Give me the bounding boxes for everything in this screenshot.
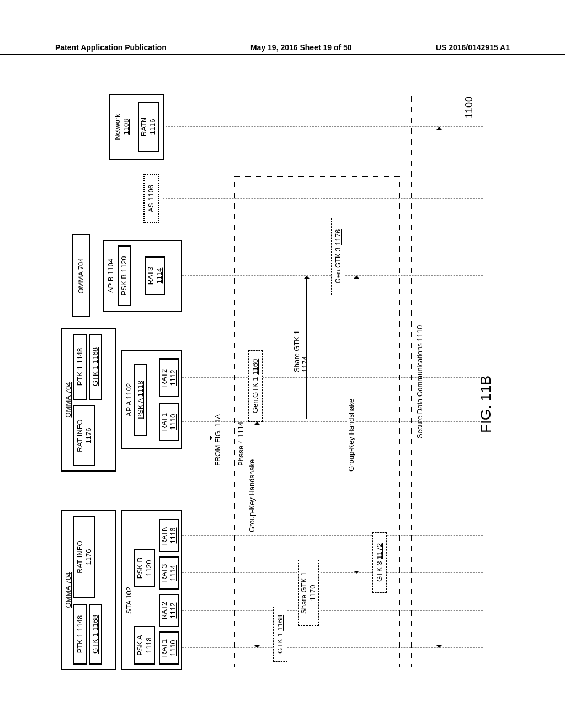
sta-title: STA 102: [125, 587, 134, 614]
gtk3-box: GTK 3 1172: [372, 532, 387, 593]
gtk3-label: GTK 3 1172: [375, 543, 384, 582]
share-gtk1-left-box: Share GTK 11170: [298, 560, 319, 626]
network-ratn: RATN1116: [138, 102, 159, 152]
sta-ratn: RATN1116: [159, 519, 179, 552]
group-key-hs-label-bottom: Group-Key Handshake: [347, 399, 355, 472]
omma-sta-ratinfo: RAT INFO1176: [73, 516, 95, 598]
apb-title: AP B 1104: [106, 259, 115, 293]
apa-rat1: RAT11110: [159, 403, 179, 441]
secure-comm-arrow: [439, 130, 439, 645]
from-fig-label: FROM FIG. 11A: [214, 414, 222, 466]
sta-pskb: PSK B1120: [134, 549, 155, 587]
gen-gtk3-box: Gen.GTK 3 1176: [331, 218, 345, 295]
phase4-label: Phase 4 1114: [237, 422, 245, 466]
group-key-hs-top: [257, 425, 257, 645]
apa-title: AP A 1102: [125, 383, 134, 417]
sta-rat2: RAT21112: [159, 594, 179, 627]
omma-sta-title: OMMA 704: [64, 572, 73, 608]
figure-ref: 1100: [463, 97, 475, 119]
gtk1-box: GTK 1 1168: [273, 607, 287, 662]
omma-apa-title: OMMA 704: [64, 382, 73, 417]
gen-gtk3-label: Gen.GTK 3 1176: [334, 229, 343, 283]
ratinfo-text: RAT INFO1176: [76, 540, 93, 573]
omma-apa-ratinfo: RAT INFO1176: [73, 405, 95, 466]
sta-pska: PSK A1118: [134, 626, 155, 665]
apb-box: AP B 1104: [103, 240, 182, 312]
header-left: Patent Application Publication: [55, 43, 167, 52]
arrow-from-11a: [185, 438, 210, 438]
figure-caption: FIG. 11B: [477, 376, 494, 433]
apb-psk: PSK B 1120: [118, 245, 131, 306]
secure-comm-label: Secure Data Communications 1110: [415, 325, 424, 438]
omma-sta-gtk: GTK 1 1168: [89, 604, 102, 665]
as-title: AS 1106: [147, 185, 156, 212]
gtk1-label: GTK 1 1168: [276, 615, 285, 654]
share-gtk1-right-label: Share GTK 11174: [292, 330, 309, 372]
page-header: Patent Application Publication May 19, 2…: [0, 43, 565, 55]
omma-sta-ptk: PTK 1 1148: [73, 604, 87, 665]
gen-gtk1-box: Gen.GTK 1 1160: [248, 350, 263, 422]
apb-rat3: RAT31114: [145, 256, 165, 295]
omma-apb-box: OMMA 704: [72, 234, 90, 317]
apa-rat2: RAT21112: [159, 358, 179, 397]
apa-psk: PSK A 1118: [134, 364, 147, 436]
header-right: US 2016/0142915 A1: [436, 43, 510, 52]
figure-landscape: OMMA 704 PTK 1 1148 RAT INFO1176 GTK 1 1…: [58, 85, 505, 676]
group-key-hs-bottom: [356, 279, 356, 571]
network-title: Network1108: [113, 114, 130, 140]
omma-apa-ptk: PTK 1 1148: [73, 334, 87, 400]
figure-rotated-container: OMMA 704 PTK 1 1148 RAT INFO1176 GTK 1 1…: [0, 157, 565, 604]
sta-rat3: RAT31114: [159, 556, 179, 590]
sta-rat1: RAT11110: [159, 631, 179, 665]
omma-apa-gtk: GTK 1 1168: [89, 334, 102, 400]
header-center: May 19, 2016 Sheet 19 of 50: [250, 43, 352, 52]
group-key-hs-label-top: Group-Key Handshake: [248, 459, 256, 532]
as-box: AS 1106: [143, 174, 159, 223]
gen-gtk1-label: Gen.GTK 1 1160: [251, 359, 260, 413]
